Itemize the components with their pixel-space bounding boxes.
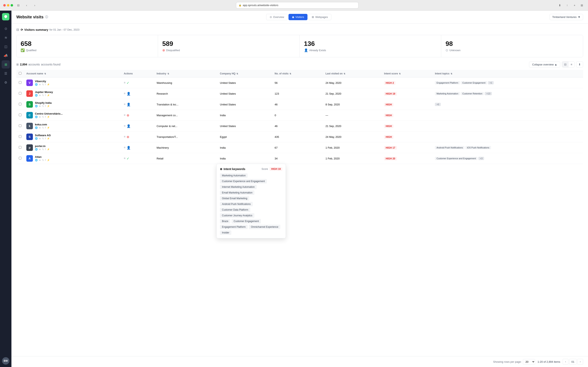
last-visited-header[interactable]: Last visited on ⇅ (323, 70, 381, 77)
row-checkbox[interactable] (19, 135, 21, 138)
linkedin-link[interactable]: in (39, 137, 41, 140)
tab-webpages[interactable]: ⊞ Webpages (308, 14, 331, 20)
linkedin-link[interactable]: in (39, 83, 41, 86)
unknown-card[interactable]: 98 ⊙ Unknown (441, 35, 583, 57)
action-menu-icon[interactable]: ≡ (124, 135, 125, 139)
row-checkbox[interactable] (19, 157, 21, 159)
select-all-checkbox[interactable] (19, 72, 21, 75)
sidebar-item-campaigns[interactable]: 📣 (2, 51, 10, 59)
row-checkbox[interactable] (19, 124, 21, 127)
web-link[interactable]: 🌐 (35, 105, 38, 108)
more-topics-tag[interactable]: +1 (488, 81, 494, 84)
action-menu-icon[interactable]: ≡ (124, 92, 125, 96)
more-link[interactable]: ⚡ (47, 148, 50, 151)
twitter-link[interactable]: 𝕏 (42, 83, 44, 86)
sidebar-item-reports[interactable]: ☰ (2, 69, 10, 77)
facebook-link[interactable]: f (45, 105, 46, 108)
row-checkbox[interactable] (19, 114, 21, 116)
twitter-link[interactable]: 𝕏 (42, 105, 44, 108)
facebook-link[interactable]: f (45, 126, 46, 129)
more-link[interactable]: ⚡ (47, 94, 50, 97)
minimize-button[interactable] (7, 4, 9, 7)
row-checkbox[interactable] (19, 92, 21, 95)
row-checkbox[interactable] (19, 81, 21, 84)
facebook-link[interactable]: f (45, 94, 46, 97)
more-link[interactable]: ⚡ (47, 116, 50, 118)
more-link[interactable]: ⚡ (47, 137, 50, 140)
linkedin-link[interactable]: in (39, 116, 41, 118)
facebook-link[interactable]: f (45, 83, 46, 86)
maximize-button[interactable] (11, 4, 13, 7)
more-link[interactable]: ⚡ (47, 159, 50, 161)
facebook-link[interactable]: f (45, 159, 46, 161)
back-button[interactable]: ‹ (24, 2, 29, 8)
next-page-button[interactable]: › (577, 359, 583, 365)
user-avatar[interactable]: BW (2, 357, 9, 365)
intent-topics-header[interactable]: Intent topics ⇅ (432, 70, 583, 77)
disqualified-card[interactable]: 589 ⊗ Disqualified (158, 35, 300, 57)
app-logo[interactable] (2, 13, 9, 20)
web-link[interactable]: 🌐 (35, 137, 38, 140)
account-name-header[interactable]: Account name ⇅ (24, 70, 121, 77)
web-link[interactable]: 🌐 (35, 94, 38, 97)
qualified-card[interactable]: 658 ✅ Qualified (17, 35, 158, 57)
action-menu-icon[interactable]: ≡ (124, 113, 125, 117)
visits-header[interactable]: No. of visits ⇅ (272, 70, 323, 77)
action-menu-icon[interactable]: ≡ (124, 157, 125, 160)
linkedin-link[interactable]: in (39, 105, 41, 108)
company-selector[interactable]: Timberland Ventures ▼ (550, 14, 583, 20)
twitter-link[interactable]: 𝕏 (42, 148, 44, 151)
select-all-header[interactable] (16, 70, 24, 77)
more-link[interactable]: ⚡ (47, 126, 50, 129)
forward-button[interactable]: › (32, 2, 38, 8)
more-topics-tag[interactable]: +13 (485, 92, 492, 95)
close-button[interactable] (3, 4, 6, 7)
collapse-overview-button[interactable]: Collapse overview ▲ (529, 62, 560, 67)
action-menu-icon[interactable]: ≡ (124, 103, 125, 106)
row-checkbox[interactable] (19, 103, 21, 105)
download-button[interactable]: ⬇ (576, 61, 583, 67)
linkedin-link[interactable]: in (39, 126, 41, 129)
sidebar-item-settings[interactable]: ⚙ (2, 78, 10, 86)
more-topics-tag[interactable]: +5 (435, 103, 441, 106)
address-bar[interactable]: 🔒 app.sprouts.ai/website-visitors (236, 2, 359, 8)
industry-header[interactable]: Industry ⇅ (154, 70, 217, 77)
twitter-link[interactable]: 𝕏 (42, 94, 44, 97)
action-menu-icon[interactable]: ≡ (124, 146, 125, 150)
sidebar-toggle[interactable]: ⊟ (16, 2, 21, 8)
web-link[interactable]: 🌐 (35, 159, 38, 161)
rows-select-box[interactable]: 20 50 100 (523, 359, 535, 365)
twitter-link[interactable]: 𝕏 (42, 137, 44, 140)
list-view-button[interactable]: ≡ (569, 62, 574, 67)
linkedin-link[interactable]: in (39, 94, 41, 97)
company-hq-header[interactable]: Company HQ ⇅ (217, 70, 272, 77)
more-link[interactable]: ⚡ (47, 83, 50, 86)
page-input[interactable] (569, 359, 577, 365)
facebook-link[interactable]: f (45, 116, 46, 118)
download-icon[interactable]: ⬇ (557, 2, 563, 8)
web-link[interactable]: 🌐 (35, 83, 38, 86)
linkedin-link[interactable]: in (39, 159, 41, 161)
new-tab-icon[interactable]: + (572, 2, 577, 8)
twitter-link[interactable]: 𝕏 (42, 116, 44, 118)
filter-icon[interactable]: ⊟ (16, 28, 19, 32)
tab-visitors[interactable]: ◉ Visitors (288, 14, 307, 20)
more-topics-tag[interactable]: +3 (478, 157, 484, 160)
sidebar-item-briefcase[interactable]: ◫ (2, 42, 10, 50)
facebook-link[interactable]: f (45, 137, 46, 140)
row-checkbox[interactable] (19, 146, 21, 149)
tab-overview[interactable]: ⊙ Overview (266, 14, 288, 20)
web-link[interactable]: 🌐 (35, 116, 38, 118)
share-icon[interactable]: ↑ (564, 2, 570, 8)
column-view-button[interactable]: ⊟ (562, 62, 569, 67)
sidebar-item-accounts[interactable]: ⊞ (2, 60, 10, 68)
web-link[interactable]: 🌐 (35, 148, 38, 151)
linkedin-link[interactable]: in (39, 148, 41, 151)
action-menu-icon[interactable]: ≡ (124, 81, 125, 85)
info-icon[interactable]: ⓘ (45, 15, 48, 19)
exists-card[interactable]: 136 👤 Already Exists (300, 35, 441, 57)
tabs-icon[interactable]: ⊞ (579, 2, 585, 8)
twitter-link[interactable]: 𝕏 (42, 126, 44, 129)
web-link[interactable]: 🌐 (35, 126, 38, 129)
more-link[interactable]: ⚡ (47, 105, 50, 108)
